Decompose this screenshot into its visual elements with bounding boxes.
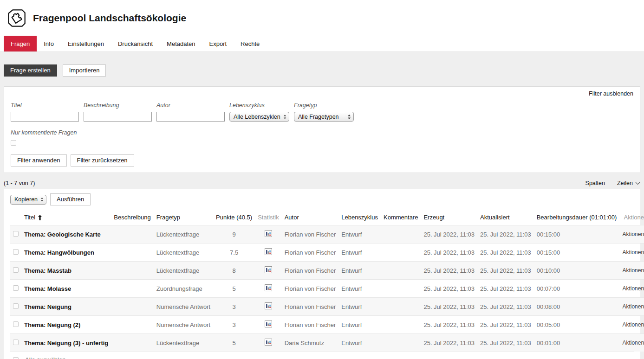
columns-dropdown[interactable]: Spalten [585, 180, 605, 186]
row-checkbox[interactable] [13, 321, 19, 327]
row-actions-label: Aktionen [622, 267, 644, 274]
header-lebenszyklus[interactable]: Lebenszyklus [338, 209, 381, 225]
select-all-checkbox[interactable] [13, 357, 19, 359]
cell-created: 25. Jul 2022, 11:03 [421, 298, 477, 316]
cell-description [111, 298, 154, 316]
filter-description-input[interactable] [84, 112, 152, 122]
cell-question-type: Lückentextfrage [154, 225, 213, 244]
header-bearbeitungsdauer[interactable]: Bearbeitungsdauer (01:01:00) [534, 209, 620, 225]
reset-filter-button[interactable]: Filter zurücksetzen [71, 154, 134, 167]
statistics-bar-chart-icon[interactable] [265, 230, 272, 237]
row-actions-dropdown[interactable]: Aktionen [622, 340, 644, 346]
cell-author: Florian von Fischer [282, 280, 339, 298]
cell-updated: 25. Jul 2022, 11:03 [477, 316, 534, 334]
cell-author: Florian von Fischer [282, 316, 339, 334]
lifecycle-select[interactable]: Alle Lebenszyklen [229, 112, 289, 122]
cell-description [111, 225, 154, 244]
row-checkbox[interactable] [13, 267, 19, 273]
cell-points: 9 [213, 225, 255, 244]
result-range-top: (1 - 7 von 7) [4, 180, 35, 186]
row-actions-label: Aktionen [622, 340, 644, 346]
statistics-bar-chart-icon[interactable] [265, 266, 272, 273]
import-button[interactable]: Importieren [63, 64, 106, 77]
cell-comments [381, 280, 421, 298]
table-row: Thema: Neigung (3) - unfertig Lückentext… [10, 334, 644, 352]
row-checkbox[interactable] [13, 303, 19, 309]
header-autor[interactable]: Autor [282, 209, 339, 225]
tab-export[interactable]: Export [202, 36, 234, 51]
question-title-link[interactable]: Thema: Geologische Karte [21, 225, 111, 244]
header-titel[interactable]: Titel [21, 209, 111, 225]
question-title-link[interactable]: Thema: Neigung (2) [21, 316, 111, 334]
header-fragetyp[interactable]: Fragetyp [154, 209, 213, 225]
row-actions-dropdown[interactable]: Aktionen [622, 249, 644, 256]
statistics-bar-chart-icon[interactable] [265, 339, 272, 346]
hide-filter-link[interactable]: Filter ausblenden [589, 90, 633, 97]
filter-author-input[interactable] [156, 112, 225, 122]
header-erzeugt[interactable]: Erzeugt [421, 209, 477, 225]
tab-metadaten[interactable]: Metadaten [160, 36, 202, 51]
bulk-action-row-top: Kopieren Ausführen [10, 193, 634, 205]
cell-lifecycle: Entwurf [338, 334, 381, 352]
statistics-bar-chart-icon[interactable] [265, 302, 272, 309]
rows-dropdown[interactable]: Zeilen [617, 180, 640, 186]
table-row: Thema: Molasse Zuordnungsfrage 5 Florian… [10, 280, 644, 298]
row-actions-dropdown[interactable]: Aktionen [622, 267, 644, 274]
row-actions-dropdown[interactable]: Aktionen [622, 285, 644, 292]
question-title-link[interactable]: Thema: Molasse [21, 280, 111, 298]
filter-title-label: Titel [11, 102, 79, 109]
apply-filter-button[interactable]: Filter anwenden [11, 154, 67, 167]
commented-only-checkbox[interactable] [11, 140, 16, 146]
questiontype-select[interactable]: Alle Fragetypen [294, 112, 354, 122]
cell-created: 25. Jul 2022, 11:03 [421, 262, 477, 280]
statistics-bar-chart-icon[interactable] [265, 248, 272, 255]
table-header-row: Titel Beschreibung Fragetyp Punkte (40.5… [10, 209, 644, 225]
row-checkbox[interactable] [13, 249, 19, 255]
header-beschreibung[interactable]: Beschreibung [111, 209, 154, 225]
cell-duration: 00:10:00 [534, 262, 620, 280]
row-checkbox[interactable] [13, 285, 19, 291]
header-titel-label: Titel [24, 214, 35, 221]
tab-info[interactable]: Info [37, 36, 61, 51]
header-kommentare[interactable]: Kommentare [381, 209, 421, 225]
row-checkbox[interactable] [13, 340, 19, 345]
cell-points: 5 [213, 280, 255, 298]
cell-question-type: Lückentextfrage [154, 262, 213, 280]
filter-description-label: Beschreibung [84, 102, 152, 109]
filter-title-input[interactable] [11, 112, 79, 122]
question-title-link[interactable]: Thema: Neigung [21, 298, 111, 316]
create-question-button[interactable]: Frage erstellen [4, 64, 57, 77]
cell-comments [381, 298, 421, 316]
question-title-link[interactable]: Thema: Neigung (3) - unfertig [21, 334, 111, 352]
statistics-bar-chart-icon[interactable] [265, 321, 272, 327]
tab-rechte[interactable]: Rechte [234, 36, 267, 51]
row-actions-dropdown[interactable]: Aktionen [622, 303, 644, 310]
statistics-bar-chart-icon[interactable] [265, 284, 272, 291]
tab-einstellungen[interactable]: Einstellungen [61, 36, 111, 51]
filter-author-label: Autor [156, 102, 225, 109]
cell-author: Florian von Fischer [282, 298, 339, 316]
bulk-action-select-top[interactable]: Kopieren [10, 195, 46, 205]
cell-created: 25. Jul 2022, 11:03 [421, 244, 477, 262]
row-actions-dropdown[interactable]: Aktionen [622, 321, 644, 328]
question-title-link[interactable]: Thema: Masstab [21, 262, 111, 280]
cell-comments [381, 262, 421, 280]
cell-lifecycle: Entwurf [338, 225, 381, 244]
row-actions-dropdown[interactable]: Aktionen [622, 231, 644, 238]
question-title-link[interactable]: Thema: Hangwölbungen [21, 244, 111, 262]
cell-lifecycle: Entwurf [338, 280, 381, 298]
sort-ascending-icon [38, 215, 42, 220]
header-punkte[interactable]: Punkte (40.5) [213, 209, 255, 225]
filter-panel: Filter ausblenden Titel Beschreibung Aut… [4, 86, 640, 173]
tab-fragen[interactable]: Fragen [4, 36, 37, 51]
cell-points: 3 [213, 316, 255, 334]
header-aktualisiert[interactable]: Aktualisiert [477, 209, 534, 225]
cell-question-type: Zuordnungsfrage [154, 280, 213, 298]
tab-druckansicht[interactable]: Druckansicht [111, 36, 160, 51]
cell-duration: 00:05:00 [534, 316, 620, 334]
cell-duration: 00:15:00 [534, 244, 620, 262]
header-checkbox-spacer [10, 209, 21, 225]
table-row: Thema: Masstab Lückentextfrage 8 Florian… [10, 262, 644, 280]
row-checkbox[interactable] [13, 231, 19, 237]
execute-button-top[interactable]: Ausführen [50, 193, 91, 205]
